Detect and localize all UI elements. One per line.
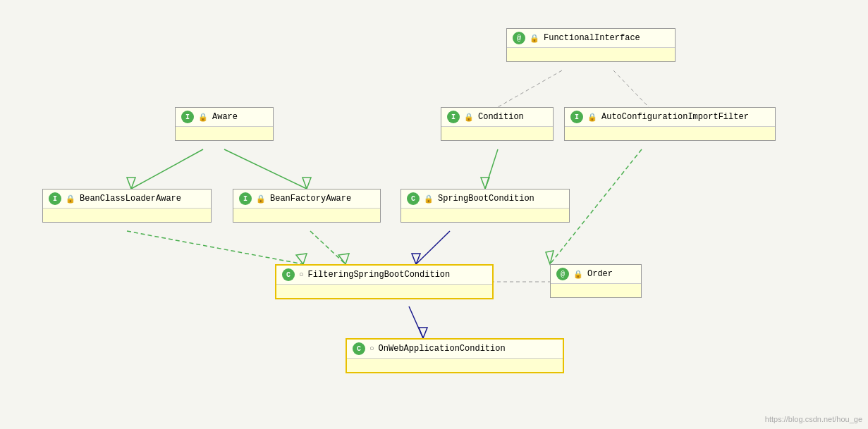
icon-filtering-spring-boot-condition: ○ bbox=[299, 271, 304, 279]
body-functional-interface bbox=[507, 47, 675, 61]
label-aware: Aware bbox=[212, 112, 238, 122]
body-bean-classloader-aware bbox=[43, 208, 211, 222]
svg-line-0 bbox=[498, 70, 562, 107]
badge-spring-boot-condition: C bbox=[407, 192, 420, 205]
svg-marker-15 bbox=[546, 251, 554, 264]
svg-marker-7 bbox=[302, 178, 311, 189]
icon-auto-config-filter: 🔒 bbox=[587, 113, 597, 122]
icon-bean-factory-aware: 🔒 bbox=[256, 194, 266, 204]
icon-order: 🔒 bbox=[573, 270, 583, 279]
badge-bean-classloader-aware: I bbox=[49, 192, 61, 205]
icon-bean-classloader-aware: 🔒 bbox=[66, 194, 75, 204]
svg-marker-3 bbox=[481, 178, 489, 189]
box-aware[interactable]: I 🔒 Aware bbox=[175, 107, 274, 141]
icon-functional-interface: 🔒 bbox=[530, 34, 539, 43]
label-filtering-spring-boot-condition: FilteringSpringBootCondition bbox=[308, 270, 451, 280]
badge-condition: I bbox=[447, 111, 460, 123]
svg-marker-18 bbox=[419, 328, 427, 338]
box-auto-config-filter[interactable]: I 🔒 AutoConfigurationImportFilter bbox=[564, 107, 776, 141]
icon-spring-boot-condition: 🔒 bbox=[424, 194, 434, 204]
icon-condition: 🔒 bbox=[464, 113, 474, 122]
label-on-web-app-condition: OnWebApplicationCondition bbox=[379, 344, 506, 354]
box-bean-classloader-aware[interactable]: I 🔒 BeanClassLoaderAware bbox=[42, 189, 212, 223]
label-bean-factory-aware: BeanFactoryAware bbox=[270, 194, 351, 204]
badge-filtering-spring-boot-condition: C bbox=[282, 268, 295, 281]
svg-marker-5 bbox=[127, 178, 135, 189]
body-on-web-app-condition bbox=[347, 358, 563, 372]
badge-bean-factory-aware: I bbox=[239, 192, 252, 205]
body-condition bbox=[441, 126, 553, 140]
svg-marker-11 bbox=[338, 254, 349, 264]
svg-marker-13 bbox=[412, 254, 420, 264]
svg-line-10 bbox=[310, 231, 346, 264]
box-spring-boot-condition[interactable]: C 🔒 SpringBootCondition bbox=[401, 189, 570, 223]
label-spring-boot-condition: SpringBootCondition bbox=[438, 194, 534, 204]
label-condition: Condition bbox=[478, 112, 524, 122]
body-bean-factory-aware bbox=[233, 208, 380, 222]
label-functional-interface: FunctionalInterface bbox=[544, 33, 640, 43]
svg-line-8 bbox=[127, 231, 303, 264]
badge-on-web-app-condition: C bbox=[353, 342, 365, 355]
box-on-web-app-condition[interactable]: C ○ OnWebApplicationCondition bbox=[346, 338, 564, 373]
box-order[interactable]: @ 🔒 Order bbox=[550, 264, 642, 298]
body-order bbox=[551, 283, 641, 297]
svg-line-1 bbox=[613, 70, 649, 107]
svg-marker-9 bbox=[296, 254, 307, 264]
body-filtering-spring-boot-condition bbox=[276, 284, 492, 298]
label-order: Order bbox=[587, 269, 613, 279]
icon-aware: 🔒 bbox=[198, 113, 208, 122]
svg-line-17 bbox=[409, 306, 423, 338]
box-functional-interface[interactable]: @ 🔒 FunctionalInterface bbox=[506, 28, 676, 62]
box-condition[interactable]: I 🔒 Condition bbox=[441, 107, 554, 141]
box-filtering-spring-boot-condition[interactable]: C ○ FilteringSpringBootCondition bbox=[275, 264, 494, 299]
icon-on-web-app-condition: ○ bbox=[369, 344, 374, 353]
label-auto-config-filter: AutoConfigurationImportFilter bbox=[601, 112, 749, 122]
badge-functional-interface: @ bbox=[513, 32, 525, 44]
diagram-container: @ 🔒 FunctionalInterface I 🔒 Condition I … bbox=[0, 0, 868, 429]
badge-auto-config-filter: I bbox=[570, 111, 583, 123]
badge-aware: I bbox=[181, 111, 194, 123]
badge-order: @ bbox=[556, 268, 569, 280]
body-auto-config-filter bbox=[565, 126, 775, 140]
svg-line-6 bbox=[224, 149, 307, 189]
svg-line-12 bbox=[416, 231, 450, 264]
label-bean-classloader-aware: BeanClassLoaderAware bbox=[80, 194, 181, 204]
svg-line-4 bbox=[131, 149, 203, 189]
svg-line-2 bbox=[485, 149, 498, 189]
body-spring-boot-condition bbox=[401, 208, 569, 222]
box-bean-factory-aware[interactable]: I 🔒 BeanFactoryAware bbox=[233, 189, 381, 223]
watermark: https://blog.csdn.net/hou_ge bbox=[765, 415, 862, 423]
body-aware bbox=[176, 126, 273, 140]
